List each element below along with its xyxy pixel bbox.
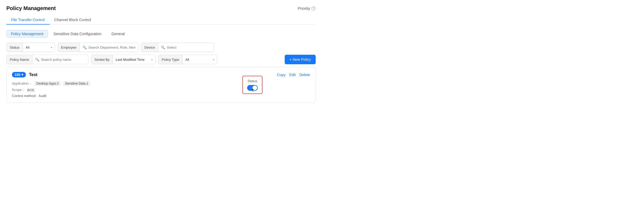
policy-name-filter-label: Policy Name: [7, 55, 33, 64]
application-label: Application：: [12, 81, 32, 86]
sub-tabs: Policy Management Senstitive Data Config…: [6, 30, 316, 38]
priority-section: Priority ?: [298, 6, 316, 11]
meta-application-row: Application： Desktop Apps·2 Sensitive Da…: [12, 81, 310, 86]
policy-type-chevron-icon: ▾: [213, 58, 214, 61]
device-filter-label: Device: [141, 43, 158, 52]
filter-row-2: Policy Name 🔍 Sorted By Last Modified Ti…: [6, 55, 316, 64]
priority-text: Priority: [298, 6, 310, 11]
sorted-by-chevron-icon: ▾: [151, 58, 153, 61]
edit-action[interactable]: Edit: [289, 73, 296, 77]
control-label: Control method:: [12, 94, 37, 98]
device-search-icon: 🔍: [161, 45, 165, 49]
status-filter: Status All ▾: [6, 43, 55, 52]
policy-name-search-input[interactable]: [41, 58, 85, 62]
device-filter: Device 🔍: [141, 43, 214, 52]
status-toggle-label: Status: [248, 79, 257, 83]
subtab-sensitive-data[interactable]: Senstitive Data Configuration: [49, 30, 106, 38]
policy-type-filter: Policy Type All ▾: [158, 55, 217, 64]
meta-scope-row: Scope： BOE: [12, 88, 310, 92]
sorted-by-label: Sorted By: [91, 55, 113, 64]
policy-management-page: Policy Management Priority ? File Transf…: [0, 0, 322, 111]
priority-help-icon[interactable]: ?: [311, 6, 316, 11]
policy-type-label: Policy Type: [158, 55, 183, 64]
policy-card-left: 100 ▾ Test: [12, 72, 37, 77]
employee-filter-label: Employee: [58, 43, 80, 52]
policy-type-value: All: [185, 58, 211, 62]
policy-name-search-icon: 🔍: [35, 58, 39, 62]
delete-action[interactable]: Delete: [300, 73, 310, 77]
subtab-policy-management[interactable]: Policy Management: [6, 30, 48, 38]
policy-meta: Application： Desktop Apps·2 Sensitive Da…: [12, 81, 310, 98]
page-header: Policy Management Priority ?: [6, 5, 316, 11]
policy-name: Test: [29, 72, 38, 77]
policy-name-filter-search: 🔍: [33, 55, 88, 64]
cursor-icon: [251, 87, 256, 93]
meta-control-row: Control method: Audit: [12, 94, 310, 98]
scope-value: BOE: [27, 88, 34, 92]
employee-search-input[interactable]: [88, 45, 135, 49]
copy-action[interactable]: Copy: [277, 73, 286, 77]
status-filter-value: All: [26, 45, 49, 49]
app-tag-2[interactable]: Sensitive Data·1: [63, 81, 90, 86]
sorted-by-select[interactable]: Last Modified Time ▾: [113, 55, 155, 64]
app-tag-1[interactable]: Desktop Apps·2: [34, 81, 61, 86]
sorted-by-value: Last Modified Time: [116, 58, 150, 62]
tab-channel-block[interactable]: Channel Block Control: [49, 16, 96, 25]
subtab-general[interactable]: General: [107, 30, 129, 38]
device-filter-search: 🔍: [158, 43, 214, 52]
policy-name-filter: Policy Name 🔍: [6, 55, 88, 64]
employee-filter-search: 🔍: [80, 43, 138, 52]
filter-row-1: Status All ▾ Employee 🔍 Device 🔍: [6, 43, 316, 52]
status-toggle-box: Status: [242, 76, 262, 94]
priority-badge-chevron: ▾: [21, 73, 23, 77]
scope-label: Scope：: [12, 88, 25, 92]
page-title: Policy Management: [6, 5, 56, 11]
status-filter-select[interactable]: All ▾: [23, 43, 55, 52]
priority-badge[interactable]: 100 ▾: [12, 72, 26, 77]
employee-search-icon: 🔍: [83, 45, 87, 49]
policy-card-header: 100 ▾ Test Copy Edit Delete: [12, 72, 310, 77]
employee-filter: Employee 🔍: [58, 43, 138, 52]
tab-file-transfer[interactable]: File Transfer Control: [6, 16, 49, 25]
control-value: Audit: [39, 94, 47, 98]
card-actions: Copy Edit Delete: [277, 73, 310, 77]
sorted-by-filter: Sorted By Last Modified Time ▾: [91, 55, 156, 64]
policy-type-select[interactable]: All ▾: [183, 55, 217, 64]
device-search-input[interactable]: [167, 45, 211, 49]
new-policy-button[interactable]: + New Policy: [285, 55, 316, 64]
policy-card: 100 ▾ Test Copy Edit Delete Application：…: [6, 67, 316, 103]
status-filter-label: Status: [7, 43, 23, 52]
status-chevron-icon: ▾: [51, 46, 52, 49]
main-tabs: File Transfer Control Channel Block Cont…: [6, 16, 316, 25]
